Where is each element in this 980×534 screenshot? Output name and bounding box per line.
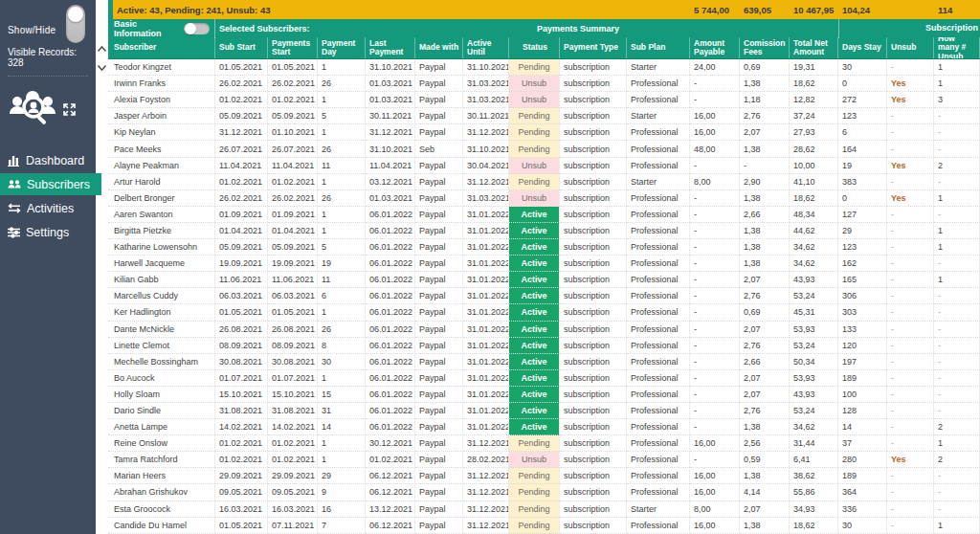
cell: 2,07 bbox=[740, 387, 790, 403]
cell: - bbox=[887, 501, 934, 518]
cell: Paypal bbox=[415, 452, 463, 468]
cell: Paypal bbox=[415, 108, 463, 124]
scroll-chevrons[interactable] bbox=[97, 39, 107, 76]
column-header-unsub[interactable]: Unsub bbox=[887, 37, 934, 58]
column-header-active-until[interactable]: Active Until bbox=[463, 37, 509, 58]
table-row[interactable]: Kilian Gabb11.06.202111.06.20211106.01.2… bbox=[108, 272, 980, 288]
table-row[interactable]: Linette Clemot08.09.202108.09.2021806.01… bbox=[108, 338, 980, 354]
cell: Esta Groocock bbox=[108, 501, 215, 518]
status-badge: Unsub bbox=[509, 92, 560, 108]
table-row[interactable]: Dario Sindle31.08.202131.08.20213106.01.… bbox=[108, 403, 980, 419]
sidebar-item-subscribers[interactable]: Subscribers bbox=[0, 173, 101, 195]
table-row[interactable]: Ker Hadlington01.05.202101.05.2021106.01… bbox=[108, 304, 980, 321]
cell: 1 bbox=[318, 452, 366, 468]
cell: 0,69 bbox=[740, 59, 790, 76]
table-row[interactable]: Harwell Jacqueme19.09.202119.09.20211906… bbox=[108, 256, 980, 272]
status-badge: Pending bbox=[509, 108, 560, 124]
cell: - bbox=[887, 272, 934, 288]
cell: Kip Neylan bbox=[108, 124, 215, 141]
cell: - bbox=[690, 419, 740, 435]
sidebar-item-dashboard[interactable]: Dashboard bbox=[0, 149, 96, 171]
table-row[interactable]: Katharine Lowensohn05.09.202105.09.20215… bbox=[108, 239, 980, 256]
table-row[interactable]: Anetta Lampe14.02.202114.02.20211406.01.… bbox=[108, 419, 980, 435]
status-badge: Pending bbox=[509, 59, 560, 76]
table-row[interactable]: Esta Groocock16.03.202116.03.20211613.12… bbox=[108, 501, 980, 518]
table-row[interactable]: Mechelle Bossingham30.08.202130.08.20213… bbox=[108, 354, 980, 370]
cell: 197 bbox=[838, 354, 887, 370]
column-header-amount-payable[interactable]: Amount Payable bbox=[690, 37, 740, 58]
cell: 31.08.2021 bbox=[215, 403, 268, 419]
cell: 26.07.2021 bbox=[268, 141, 318, 157]
table-row[interactable]: Delbert Bronger26.02.202126.02.20212601.… bbox=[108, 190, 980, 207]
table-row[interactable]: Holly Sloam15.10.202115.10.20211506.01.2… bbox=[108, 387, 980, 403]
column-header-comission-fees[interactable]: Comission Fees bbox=[740, 37, 790, 58]
column-header-payments-start[interactable]: Payments Start bbox=[268, 37, 318, 58]
cell: subscription bbox=[560, 403, 627, 419]
cell: 31.03.2021 bbox=[463, 92, 509, 108]
cell: - bbox=[934, 501, 980, 518]
table-row[interactable]: Kip Neylan31.12.202101.10.2021131.12.202… bbox=[108, 124, 980, 141]
column-header-status[interactable]: Status bbox=[509, 37, 560, 58]
column-header-sub-plan[interactable]: Sub Plan bbox=[627, 37, 690, 58]
cell: 100 bbox=[838, 387, 887, 403]
cell: subscription bbox=[560, 272, 627, 288]
column-header-last-payment[interactable]: Last Payment bbox=[366, 37, 415, 58]
sidebar-item-activities[interactable]: Activities bbox=[0, 197, 96, 219]
cell: 1 bbox=[318, 92, 366, 108]
table-row[interactable]: Marcellus Cuddy06.03.202106.03.2021606.0… bbox=[108, 288, 980, 304]
expand-arrows-icon[interactable] bbox=[62, 102, 77, 121]
table-row[interactable]: Birgitta Pietzke01.04.202101.04.2021106.… bbox=[108, 223, 980, 239]
column-header-days-stay[interactable]: Days Stay bbox=[838, 37, 887, 58]
sidebar-item-label: Dashboard bbox=[26, 154, 84, 167]
table-row[interactable]: Jasper Arboin05.09.202105.09.2021530.11.… bbox=[108, 108, 980, 124]
table-row[interactable]: Dante McNickle26.08.202126.08.20212606.0… bbox=[108, 322, 980, 338]
table-body: Teodor Kingzet01.05.202101.05.2021131.10… bbox=[108, 59, 980, 534]
table-row[interactable]: Bo Aucock01.07.202101.07.2021106.01.2022… bbox=[108, 370, 980, 387]
cell: Alayne Peakman bbox=[108, 158, 215, 174]
cell: 1,38 bbox=[740, 256, 790, 272]
table-row[interactable]: Aaren Swanton01.09.202101.09.2021106.01.… bbox=[108, 207, 980, 223]
total-net-amount: 10 467,95 bbox=[790, 5, 838, 15]
sidebar-item-settings[interactable]: Settings bbox=[0, 221, 96, 243]
cell: Delbert Bronger bbox=[108, 190, 215, 207]
cell: 30.04.2021 bbox=[463, 158, 509, 174]
chevron-up-icon[interactable] bbox=[97, 39, 107, 56]
column-header-subscriber[interactable]: Subscriber bbox=[108, 37, 215, 58]
table-row[interactable]: Alexia Foyston01.02.202101.02.2021101.03… bbox=[108, 92, 980, 108]
cell: 30 bbox=[838, 518, 887, 534]
status-badge: Unsub bbox=[509, 190, 560, 207]
chevron-down-icon[interactable] bbox=[97, 58, 107, 76]
table-row[interactable]: Reine Onslow01.02.202101.02.2021130.12.2… bbox=[108, 435, 980, 452]
basic-information-toggle[interactable] bbox=[184, 23, 210, 34]
cell: 14.02.2021 bbox=[268, 419, 318, 435]
column-header-payment-type[interactable]: Payment Type bbox=[560, 37, 627, 58]
column-header-sub-start[interactable]: Sub Start bbox=[215, 37, 268, 58]
cell: 30 bbox=[318, 354, 366, 370]
table-row[interactable]: Candide Du Hamel01.05.202107.11.2021706.… bbox=[108, 518, 980, 534]
sidebar-item-label: Activities bbox=[27, 202, 74, 215]
cell: 53,24 bbox=[790, 288, 838, 304]
cell: - bbox=[690, 223, 740, 239]
cell: 50,34 bbox=[790, 354, 838, 370]
cell: 34,62 bbox=[790, 256, 838, 272]
table-row[interactable]: Alayne Peakman11.04.202111.04.20211111.0… bbox=[108, 158, 980, 174]
column-header-made-with[interactable]: Made with bbox=[415, 37, 463, 58]
show-hide-toggle[interactable] bbox=[66, 5, 85, 43]
cell: 55,86 bbox=[790, 484, 838, 501]
cell: 27,93 bbox=[790, 124, 838, 141]
cell: Paypal bbox=[415, 158, 463, 174]
table-row[interactable]: Pace Meeks26.07.202126.07.20212631.10.20… bbox=[108, 141, 980, 157]
table-row[interactable]: Marian Heers29.09.202129.09.20212906.12.… bbox=[108, 468, 980, 484]
cell: 31.01.2022 bbox=[463, 288, 509, 304]
cell: 06.01.2022 bbox=[366, 207, 415, 223]
table-row[interactable]: Artur Harold01.02.202101.02.2021103.12.2… bbox=[108, 174, 980, 190]
column-header-how-many-unsub[interactable]: How many # Unsub bbox=[934, 37, 980, 58]
column-header-payment-day[interactable]: Payment Day bbox=[318, 37, 366, 58]
table-row[interactable]: Teodor Kingzet01.05.202101.05.2021131.10… bbox=[108, 59, 980, 76]
table-row[interactable]: Tamra Ratchford01.02.202101.02.2021101.0… bbox=[108, 452, 980, 468]
total-days-stay: 104,24 bbox=[838, 5, 887, 15]
column-header-total-net-amount[interactable]: Total Net Amount bbox=[790, 37, 838, 58]
table-row[interactable]: Abrahan Grishukov09.05.202109.05.2021906… bbox=[108, 484, 980, 501]
cell: Artur Harold bbox=[108, 174, 215, 190]
table-row[interactable]: Irwinn Franks26.02.202126.02.20212601.03… bbox=[108, 76, 980, 92]
